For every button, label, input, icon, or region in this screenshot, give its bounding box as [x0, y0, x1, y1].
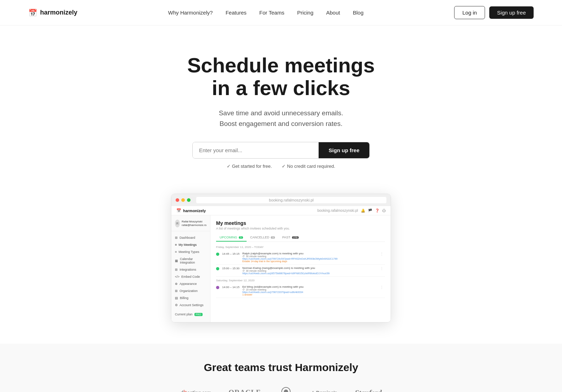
nav-item-about[interactable]: About — [326, 10, 340, 16]
tab-past-badge: 276 — [292, 236, 299, 239]
dashboard-icon: ⊞ — [175, 236, 178, 239]
meeting-info: Ed Wing (ed@example.com) is meeting with… — [242, 285, 376, 296]
calendar-icon: ▦ — [175, 259, 178, 263]
meeting-person: Ed Wing (ed@example.com) is meeting with… — [242, 285, 376, 288]
sidebar-item-dashboard[interactable]: ⊞ Dashboard — [171, 234, 210, 241]
browser-url: booking.rafalmoszynski.pl — [196, 197, 386, 203]
meeting-note: Enable 14-day trial in the upcoming days — [242, 260, 376, 263]
sidebar-item-settings[interactable]: ⚙ Account Settings — [171, 302, 210, 309]
meeting-link[interactable]: https://us04web.zoom.us/j/796723370pwd=u… — [242, 291, 376, 293]
browser-bar: booking.rafalmoszynski.pl — [171, 194, 391, 206]
meeting-info: Norman Ewing (nwng@example.com) is meeti… — [242, 266, 376, 275]
sidebar-label-appearance: Appearance — [180, 282, 197, 286]
table-row: 14:00 – 14:15 Ed Wing (ed@example.com) i… — [216, 283, 385, 298]
meeting-status-dot — [216, 267, 219, 270]
logo-icon: 📅 — [28, 9, 37, 17]
meeting-time: 14:00 – 14:15 — [222, 286, 239, 289]
email-input[interactable] — [193, 142, 319, 158]
header-actions: Log in Sign up free — [454, 6, 534, 19]
meeting-person: Ralph (ralph@example.com) is meeting wit… — [242, 252, 376, 255]
sidebar-item-organization[interactable]: ⊞ Organization — [171, 287, 210, 294]
sidebar-user-info: Rafał Moszyński rafal@harmonize.rs — [182, 220, 206, 227]
tab-upcoming-badge: 5 — [239, 236, 243, 239]
meeting-status-dot — [216, 253, 219, 256]
nav-item-pricing[interactable]: Pricing — [297, 10, 313, 16]
integrations-icon: ⊞ — [175, 268, 178, 271]
sidebar-user: R Rafał Moszyński rafal@harmonize.rs — [171, 220, 210, 231]
sidebar-item-calendar[interactable]: ▦ Calendar Integration — [171, 255, 210, 266]
logo[interactable]: 📅 harmonizely — [28, 9, 77, 17]
hero-section: Schedule meetings in a few clicks Save t… — [0, 26, 562, 183]
date-header-1: Friday, September 11, 2020 – TODAY — [216, 245, 385, 249]
tab-upcoming[interactable]: UPCOMING 5 — [216, 234, 247, 242]
screenshot-section: booking.rafalmoszynski.pl 📅 harmonizely … — [0, 183, 562, 344]
browser-dot-maximize[interactable] — [187, 198, 191, 202]
app-bar-right: booking.rafalmoszynski.pl 🔔 🏴 ❓ ⏻ — [318, 209, 386, 212]
nav-item-features[interactable]: Features — [226, 10, 247, 16]
meeting-types-icon: ≡ — [175, 250, 177, 254]
trust-logo-dhosting: dhosting.com — [180, 389, 211, 392]
nav-item-teams[interactable]: For Teams — [259, 10, 285, 16]
meeting-more-button[interactable]: ⋮ — [379, 252, 385, 256]
app-logo-icon: 📅 — [176, 208, 181, 213]
meeting-more-button[interactable]: ⋮ — [379, 266, 385, 270]
login-button[interactable]: Log in — [454, 6, 485, 19]
meeting-time: 15:00 – 15:30 — [222, 267, 239, 270]
nav-item-why[interactable]: Why Harmonizely? — [168, 10, 213, 16]
trust-logos: dhosting.com ORACLE ✦ Domino's Stanford — [7, 386, 555, 392]
sidebar-user-email: rafal@harmonize.rs — [182, 223, 206, 227]
meeting-status-dot — [216, 286, 219, 289]
signup-nav-button[interactable]: Sign up free — [489, 6, 534, 19]
sidebar: R Rafał Moszyński rafal@harmonize.rs ⊞ D… — [171, 215, 210, 322]
meeting-link[interactable]: https://us04web.zoom.us/j/8575b88678pwd=… — [242, 272, 376, 275]
app-bar-help-icon: ❓ — [375, 209, 379, 212]
trust-logo-dominos: ✦ Domino's — [311, 389, 337, 392]
meeting-type: ⏱ 15 minute meeting — [242, 288, 376, 291]
hero-title: Schedule meetings in a few clicks — [187, 54, 375, 99]
meeting-info: Ralph (ralph@example.com) is meeting wit… — [242, 252, 376, 263]
app-logo: 📅 harmonizely — [176, 208, 206, 213]
tab-cancelled[interactable]: CANCELLED 9 — [247, 234, 279, 242]
browser-dot-minimize[interactable] — [181, 198, 185, 202]
sidebar-item-meeting-types[interactable]: ≡ Meeting Types — [171, 248, 210, 255]
app-bar-url: booking.rafalmoszynski.pl — [318, 209, 358, 212]
sidebar-item-appearance[interactable]: ⊕ Appearance — [171, 280, 210, 287]
settings-icon: ⚙ — [175, 303, 178, 307]
meeting-type-icon: ⏱ — [242, 255, 245, 258]
trust-logo-stanford: Stanford — [355, 388, 381, 392]
billing-icon: ▤ — [175, 296, 178, 300]
app-body: R Rafał Moszyński rafal@harmonize.rs ⊞ D… — [171, 215, 391, 322]
table-row: 14:45 – 15:15 Ralph (ralph@example.com) … — [216, 250, 385, 265]
sidebar-item-my-meetings[interactable]: ≡ My Meetings — [171, 241, 210, 248]
meeting-more-button[interactable]: ⋮ — [379, 285, 385, 289]
sidebar-item-embed-code[interactable]: </> Embed Code — [171, 273, 210, 280]
sidebar-label-meeting-types: Meeting Types — [178, 250, 199, 254]
signup-hero-button[interactable]: Sign up free — [319, 142, 369, 158]
sidebar-item-integrations[interactable]: ⊞ Integrations — [171, 266, 210, 273]
sidebar-item-billing[interactable]: ▤ Billing — [171, 294, 210, 302]
trust-section: Great teams trust Harmonizely dhosting.c… — [0, 344, 562, 392]
browser-dot-close[interactable] — [176, 198, 179, 202]
app-bar-flag-icon: 🏴 — [368, 209, 372, 212]
meetings-tabs: UPCOMING 5 CANCELLED 9 PAST 276 — [216, 234, 385, 242]
sidebar-label-org: Organization — [180, 289, 198, 293]
tab-past[interactable]: PAST 276 — [279, 234, 302, 242]
nav-item-blog[interactable]: Blog — [353, 10, 363, 16]
my-meetings-icon: ≡ — [175, 243, 177, 247]
hero-note-cc: No credit card required. — [282, 164, 335, 169]
svg-point-1 — [284, 390, 288, 392]
app-bar-bell-icon: 🔔 — [361, 209, 365, 212]
app-bar-power-icon: ⏻ — [382, 209, 386, 212]
plan-label: Current plan — [175, 313, 193, 316]
sidebar-label-embed: Embed Code — [181, 275, 200, 278]
main-nav: Why Harmonizely? Features For Teams Pric… — [168, 10, 364, 16]
meeting-time: 14:45 – 15:15 — [222, 252, 239, 255]
signup-form: Sign up free — [192, 142, 370, 159]
table-row: 15:00 – 15:30 Norman Ewing (nwng@example… — [216, 265, 385, 277]
meeting-note: 1 answer — [242, 293, 376, 296]
tab-cancelled-badge: 9 — [271, 236, 275, 239]
sidebar-label-settings: Account Settings — [180, 303, 204, 307]
trust-logo-brand3 — [279, 386, 293, 392]
sidebar-label-my-meetings: My Meetings — [178, 243, 197, 247]
meeting-link[interactable]: https://us04web.zoom.us/j/799724c547pwd=… — [242, 258, 376, 260]
